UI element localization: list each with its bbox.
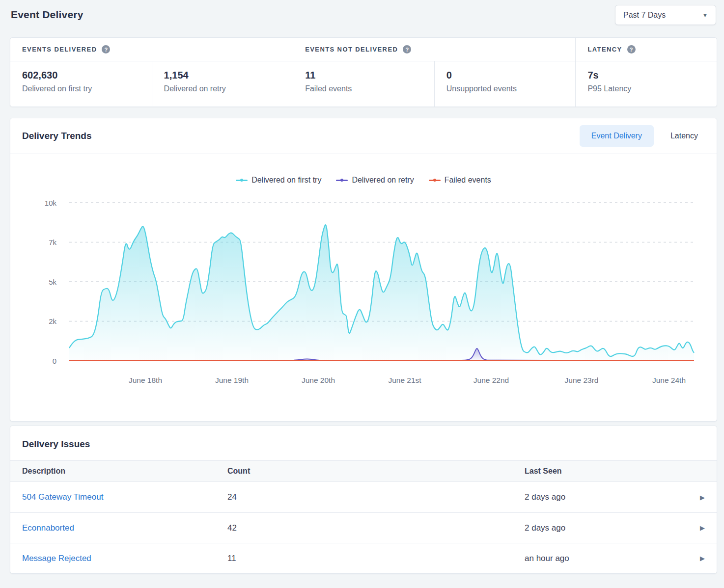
column-header-count: Count <box>227 467 525 476</box>
stat-value: 7s <box>587 70 705 81</box>
issue-last-seen: an hour ago <box>525 554 677 563</box>
legend-label: Delivered on first try <box>251 176 321 185</box>
chart-title: Delivery Trends <box>22 131 92 141</box>
issues-table-header: Description Count Last Seen <box>10 460 717 482</box>
legend-item-retry[interactable]: Delivered on retry <box>336 176 414 185</box>
stat-label: Delivered on retry <box>164 84 281 93</box>
stat-label: Delivered on first try <box>22 84 140 93</box>
stats-card: EVENTS DELIVERED ? EVENTS NOT DELIVERED … <box>10 37 717 107</box>
legend-item-failed[interactable]: Failed events <box>429 176 491 185</box>
legend-marker-icon <box>236 180 248 181</box>
column-header-last-seen: Last Seen <box>525 467 677 476</box>
legend-item-first-try[interactable]: Delivered on first try <box>236 176 321 185</box>
issue-link[interactable]: 504 Gateway Timeout <box>22 492 227 502</box>
stat-latency: 7s P95 Latency <box>575 61 717 107</box>
stats-values: 602,630 Delivered on first try 1,154 Del… <box>10 61 717 107</box>
issue-count: 11 <box>227 554 525 563</box>
stat-value: 0 <box>446 70 564 81</box>
issues-title: Delivery Issues <box>10 426 717 460</box>
delivery-trends-card: Delivery Trends Event Delivery Latency D… <box>10 118 717 422</box>
help-icon[interactable]: ? <box>102 45 110 53</box>
issue-last-seen: 2 days ago <box>525 492 677 502</box>
stat-retry: 1,154 Delivered on retry <box>152 61 293 107</box>
stat-first-try: 602,630 Delivered on first try <box>10 61 152 107</box>
stats-header: EVENTS DELIVERED ? EVENTS NOT DELIVERED … <box>10 38 717 61</box>
stats-group-label: EVENTS NOT DELIVERED <box>305 46 398 53</box>
stat-value: 11 <box>305 70 422 81</box>
help-icon[interactable]: ? <box>403 45 411 53</box>
tab-event-delivery[interactable]: Event Delivery <box>580 125 654 147</box>
top-bar: Event Delivery Past 7 Days ▼ <box>0 0 724 30</box>
legend-marker-icon <box>336 180 348 181</box>
x-axis-tick-label: June 22nd <box>473 376 509 384</box>
stat-value: 602,630 <box>22 70 140 81</box>
stats-group-latency: LATENCY ? <box>575 38 717 61</box>
tab-latency[interactable]: Latency <box>659 125 710 147</box>
stats-group-label: LATENCY <box>587 46 622 53</box>
stat-label: Failed events <box>305 84 422 93</box>
trend-chart: 02k5k7k10kJune 18thJune 19thJune 20thJun… <box>10 190 717 406</box>
date-range-value: Past 7 Days <box>623 11 666 20</box>
column-header-description: Description <box>22 467 227 476</box>
y-axis-tick-label: 2k <box>49 317 56 325</box>
issue-count: 24 <box>227 492 525 502</box>
stats-group-events-delivered: EVENTS DELIVERED ? <box>10 38 293 61</box>
stat-unsupported: 0 Unsupported events <box>434 61 576 107</box>
chart-tabs: Event Delivery Latency <box>580 125 710 147</box>
help-icon[interactable]: ? <box>627 45 636 53</box>
x-axis-tick-label: June 19th <box>215 376 249 384</box>
legend-label: Delivered on retry <box>352 176 414 185</box>
x-axis-tick-label: June 24th <box>652 376 686 384</box>
y-axis-tick-label: 7k <box>49 238 56 246</box>
x-axis-tick-label: June 21st <box>388 376 421 384</box>
delivery-issues-card: Delivery Issues Description Count Last S… <box>10 426 717 574</box>
stat-value: 1,154 <box>164 70 281 81</box>
stats-group-label: EVENTS DELIVERED <box>22 46 97 53</box>
y-axis-tick-label: 5k <box>49 278 56 286</box>
issue-link[interactable]: Message Rejected <box>22 554 227 563</box>
legend-label: Failed events <box>445 176 491 185</box>
date-range-select[interactable]: Past 7 Days ▼ <box>615 5 716 25</box>
issue-link[interactable]: Econnaborted <box>22 523 227 533</box>
page-title: Event Delivery <box>11 9 84 21</box>
x-axis-tick-label: June 20th <box>302 376 335 384</box>
issue-row[interactable]: Econnaborted 42 2 days ago ▶ <box>10 512 717 543</box>
chart-legend: Delivered on first try Delivered on retr… <box>10 176 717 185</box>
chevron-right-icon[interactable]: ▶ <box>700 494 705 501</box>
stat-failed: 11 Failed events <box>293 61 434 107</box>
stats-group-events-not-delivered: EVENTS NOT DELIVERED ? <box>293 38 575 61</box>
stat-label: Unsupported events <box>446 84 564 93</box>
issue-count: 42 <box>227 523 525 533</box>
stat-label: P95 Latency <box>587 84 705 93</box>
series-area-0 <box>69 225 694 361</box>
chart-header: Delivery Trends Event Delivery Latency <box>10 118 717 154</box>
issue-row[interactable]: 504 Gateway Timeout 24 2 days ago ▶ <box>10 482 717 512</box>
x-axis-tick-label: June 23rd <box>565 376 599 384</box>
chevron-right-icon[interactable]: ▶ <box>700 555 705 562</box>
issues-table-body: 504 Gateway Timeout 24 2 days ago ▶ Econ… <box>10 482 717 573</box>
issue-last-seen: 2 days ago <box>525 523 677 533</box>
x-axis-tick-label: June 18th <box>129 376 162 384</box>
caret-down-icon: ▼ <box>702 12 708 18</box>
legend-marker-icon <box>429 180 441 181</box>
chevron-right-icon[interactable]: ▶ <box>700 524 705 532</box>
issue-row[interactable]: Message Rejected 11 an hour ago ▶ <box>10 543 717 573</box>
y-axis-tick-label: 10k <box>45 199 57 207</box>
y-axis-tick-label: 0 <box>53 357 56 365</box>
